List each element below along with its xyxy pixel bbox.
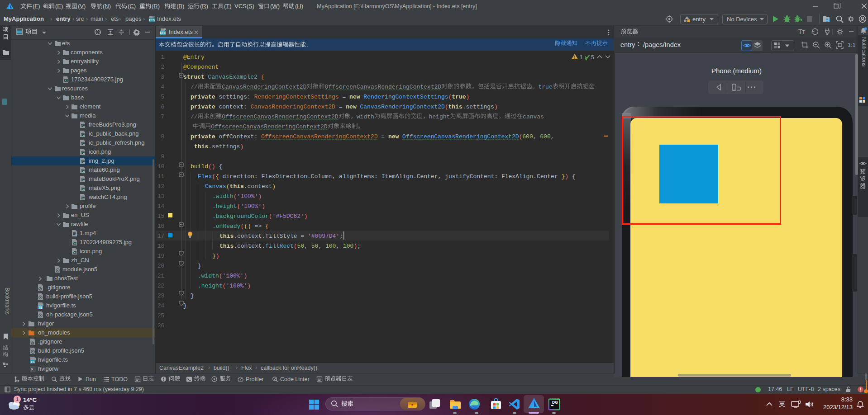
svg-text:): )	[262, 203, 265, 210]
svg-text:CanvasExample2: CanvasExample2	[208, 74, 261, 80]
svg-text:Canvas: Canvas	[205, 183, 226, 190]
svg-text:RenderingContextSettings: RenderingContextSettings	[363, 94, 448, 100]
svg-text:FlexDirection.Column: FlexDirection.Column	[261, 173, 332, 180]
svg-text:ETS: ETS	[149, 19, 155, 22]
svg-text:(: (	[519, 133, 523, 140]
svg-text:24: 24	[157, 303, 164, 309]
svg-text:?: ?	[75, 233, 78, 237]
svg-text:private: private	[191, 104, 219, 110]
svg-text:): )	[565, 173, 568, 180]
svg-text:{: {	[568, 173, 576, 180]
svg-text:2: 2	[161, 64, 164, 71]
svg-text:this: this	[219, 243, 234, 250]
svg-text:21: 21	[157, 273, 164, 279]
svg-text:struct: struct	[183, 74, 208, 80]
svg-text:.height: .height	[198, 283, 223, 289]
svg-text:}: }	[562, 173, 565, 180]
svg-text:,: ,	[332, 173, 339, 180]
svg-text:13: 13	[157, 193, 164, 200]
svg-text:CanvasRenderingContext2D: CanvasRenderingContext2D	[360, 104, 445, 110]
svg-text:{: {	[265, 223, 269, 230]
svg-text:): )	[216, 253, 219, 259]
svg-text:(: (	[240, 223, 244, 230]
svg-text:CanvasRenderingContext2D: CanvasRenderingContext2D	[222, 84, 306, 90]
svg-text:9: 9	[161, 154, 164, 160]
svg-text:=: =	[339, 104, 346, 110]
svg-text:context:: context:	[219, 104, 250, 110]
svg-text:19: 19	[157, 253, 164, 259]
svg-text:justifyContent:: justifyContent:	[445, 173, 501, 180]
svg-text:new: new	[388, 133, 402, 140]
svg-text:true: true	[539, 84, 553, 90]
svg-text:settings:: settings:	[219, 94, 254, 100]
svg-text:3: 3	[161, 74, 164, 80]
svg-text:build: build	[191, 163, 208, 170]
svg-text:23: 23	[157, 293, 164, 299]
svg-text:'#0097D4': '#0097D4'	[308, 233, 339, 240]
svg-text:.width: .width	[212, 193, 234, 200]
svg-text:'100%': '100%'	[237, 193, 258, 200]
svg-text:): )	[304, 213, 308, 220]
svg-text:(: (	[223, 283, 226, 289]
svg-text:25: 25	[157, 313, 164, 319]
svg-text:7: 7	[161, 114, 164, 120]
svg-text://: //	[191, 84, 198, 90]
svg-text:.onReady: .onReady	[212, 223, 241, 230]
svg-text:this: this	[219, 233, 234, 240]
svg-text:this: this	[230, 183, 244, 190]
svg-text:(: (	[234, 193, 237, 200]
svg-text:,: ,	[533, 133, 540, 140]
svg-text:this: this	[194, 143, 208, 150]
svg-text:(): ()	[244, 223, 251, 230]
svg-text:22: 22	[157, 283, 164, 289]
svg-text:.settings: .settings	[208, 143, 240, 150]
svg-text:): )	[247, 283, 251, 289]
svg-text:4: 4	[161, 84, 164, 90]
svg-text:5: 5	[161, 94, 164, 100]
svg-text:}: }	[198, 263, 201, 269]
svg-text:'100%': '100%'	[240, 203, 262, 210]
svg-text:26: 26	[157, 323, 164, 329]
svg-text:,: ,	[336, 243, 343, 250]
svg-text:,: ,	[318, 243, 325, 250]
svg-text:): )	[258, 193, 262, 200]
svg-text:alignItems:: alignItems:	[339, 173, 382, 180]
svg-text:=: =	[300, 233, 308, 240]
svg-text:CanvasRenderingContext2D: CanvasRenderingContext2D	[251, 104, 339, 110]
svg-text:.context.: .context.	[234, 243, 265, 250]
svg-text:offContext:: offContext:	[219, 133, 261, 140]
svg-text:20: 20	[157, 263, 164, 269]
svg-text:8: 8	[161, 134, 164, 140]
svg-text:{: {	[261, 74, 265, 80]
svg-text:50: 50	[311, 243, 319, 250]
svg-text:5: 5	[591, 54, 594, 61]
svg-text:=: =	[378, 133, 388, 140]
svg-text:canvas: canvas	[523, 113, 544, 120]
svg-text:14: 14	[157, 203, 164, 210]
svg-text:,: ,	[438, 173, 445, 180]
svg-text:50: 50	[297, 243, 305, 250]
svg-text:ItemAlign.Center: ItemAlign.Center	[382, 173, 438, 180]
svg-text:}: }	[191, 292, 194, 299]
svg-text:}: }	[183, 302, 187, 309]
svg-text:new: new	[346, 104, 360, 110]
svg-text:=>: =>	[251, 223, 265, 230]
svg-text:TT: TT	[798, 28, 805, 35]
svg-text:(: (	[212, 173, 215, 180]
svg-text:100: 100	[325, 243, 336, 250]
svg-text:.settings: .settings	[463, 104, 494, 110]
svg-text:15: 15	[157, 213, 164, 220]
svg-text:,: ,	[551, 133, 554, 140]
svg-text:(: (	[448, 94, 452, 100]
svg-text:DG: DG	[552, 400, 558, 405]
svg-text:TS: TS	[38, 306, 43, 309]
svg-text:600: 600	[540, 133, 550, 140]
svg-text:600: 600	[522, 133, 533, 140]
svg-text:18: 18	[157, 243, 164, 250]
svg-text:.context: .context	[244, 183, 272, 190]
svg-text:=: =	[343, 94, 350, 100]
svg-text:@Entry: @Entry	[183, 54, 205, 61]
svg-text:private: private	[191, 133, 219, 140]
svg-text:): )	[494, 104, 498, 110]
svg-text:1: 1	[161, 54, 164, 61]
